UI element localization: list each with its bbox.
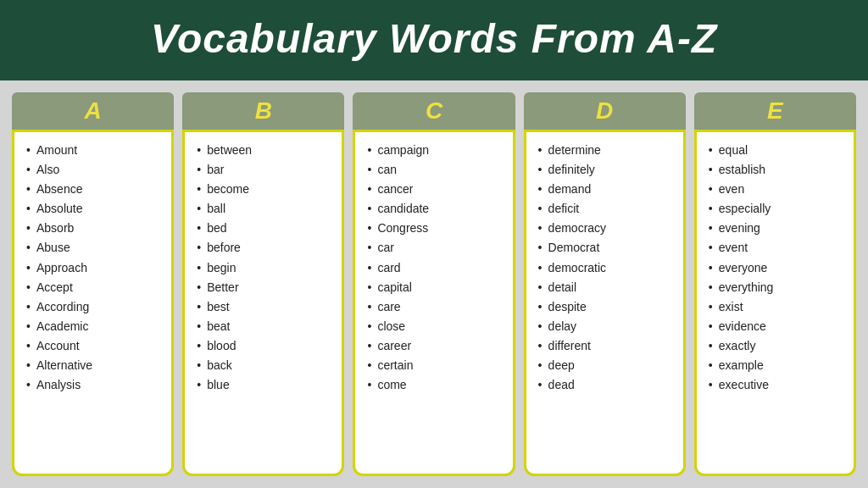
list-item: equal (709, 141, 845, 160)
column-e: Eequalestablishevenespeciallyeveningeven… (694, 92, 856, 476)
word-list-a: AmountAlsoAbsenceAbsoluteAbsorbAbuseAppr… (26, 141, 163, 395)
col-letter-e: E (767, 97, 783, 124)
list-item: bed (197, 219, 333, 238)
list-item: executive (709, 375, 845, 395)
list-item: Alternative (26, 356, 163, 375)
list-item: exactly (709, 336, 845, 356)
col-letter-a: A (84, 97, 101, 124)
word-list-c: campaigncancancercandidateCongresscarcar… (367, 141, 504, 395)
list-item: evidence (709, 317, 845, 336)
list-item: definitely (538, 160, 675, 180)
list-item: different (538, 336, 675, 356)
list-item: blue (197, 375, 333, 395)
col-letter-c: C (426, 97, 442, 124)
col-letter-d: D (596, 97, 613, 124)
list-item: especially (709, 199, 845, 219)
col-header-a: A (12, 92, 174, 130)
list-item: Absorb (26, 219, 163, 238)
list-item: Academic (26, 317, 163, 336)
column-a: AAmountAlsoAbsenceAbsoluteAbsorbAbuseApp… (12, 92, 174, 476)
list-item: event (709, 238, 845, 258)
list-item: delay (538, 317, 675, 336)
list-item: evening (709, 219, 845, 238)
column-d: Ddeterminedefinitelydemanddeficitdemocra… (524, 92, 686, 476)
list-item: dead (538, 375, 675, 395)
list-item: Congress (367, 219, 504, 238)
list-item: Amount (26, 141, 163, 160)
list-item: everyone (709, 258, 845, 278)
list-item: campaign (367, 141, 504, 160)
list-item: determine (538, 141, 675, 160)
list-item: detail (538, 278, 675, 297)
list-item: best (197, 297, 333, 317)
col-header-b: B (182, 92, 344, 130)
column-c: CcampaigncancancercandidateCongresscarca… (353, 92, 515, 476)
list-item: certain (367, 356, 504, 375)
list-item: can (367, 160, 504, 180)
list-item: Democrat (538, 238, 675, 258)
col-header-d: D (524, 92, 686, 130)
list-item: Abuse (26, 238, 163, 258)
list-item: begin (197, 258, 333, 278)
list-item: back (197, 356, 333, 375)
list-item: deep (538, 356, 675, 375)
list-item: Better (197, 278, 333, 297)
list-item: Approach (26, 258, 163, 278)
columns-container: AAmountAlsoAbsenceAbsoluteAbsorbAbuseApp… (0, 80, 868, 488)
col-body-e: equalestablishevenespeciallyeveningevent… (694, 130, 856, 476)
list-item: become (197, 180, 333, 199)
col-header-e: E (694, 92, 856, 130)
list-item: ball (197, 199, 333, 219)
list-item: capital (367, 278, 504, 297)
col-body-c: campaigncancancercandidateCongresscarcar… (353, 130, 515, 476)
list-item: Accept (26, 278, 163, 297)
list-item: democracy (538, 219, 675, 238)
col-body-b: betweenbarbecomeballbedbeforebeginBetter… (182, 130, 344, 476)
list-item: demand (538, 180, 675, 199)
list-item: card (367, 258, 504, 278)
list-item: Absolute (26, 199, 163, 219)
list-item: Analysis (26, 375, 163, 395)
list-item: care (367, 297, 504, 317)
col-header-c: C (353, 92, 515, 130)
page: Vocabulary Words From A-Z AAmountAlsoAbs… (0, 0, 868, 488)
word-list-d: determinedefinitelydemanddeficitdemocrac… (538, 141, 675, 395)
list-item: everything (709, 278, 845, 297)
list-item: cancer (367, 180, 504, 199)
list-item: establish (709, 160, 845, 180)
list-item: Also (26, 160, 163, 180)
header: Vocabulary Words From A-Z (0, 0, 868, 80)
list-item: Absence (26, 180, 163, 199)
col-body-d: determinedefinitelydemanddeficitdemocrac… (524, 130, 686, 476)
word-list-b: betweenbarbecomeballbedbeforebeginBetter… (197, 141, 333, 395)
list-item: career (367, 336, 504, 356)
list-item: candidate (367, 199, 504, 219)
list-item: even (709, 180, 845, 199)
col-body-a: AmountAlsoAbsenceAbsoluteAbsorbAbuseAppr… (12, 130, 174, 476)
page-title: Vocabulary Words From A-Z (20, 15, 848, 62)
word-list-e: equalestablishevenespeciallyeveningevent… (709, 141, 845, 395)
list-item: According (26, 297, 163, 317)
list-item: before (197, 238, 333, 258)
list-item: close (367, 317, 504, 336)
list-item: democratic (538, 258, 675, 278)
list-item: blood (197, 336, 333, 356)
list-item: despite (538, 297, 675, 317)
col-letter-b: B (255, 97, 272, 124)
list-item: car (367, 238, 504, 258)
list-item: deficit (538, 199, 675, 219)
list-item: bar (197, 160, 333, 180)
column-b: BbetweenbarbecomeballbedbeforebeginBette… (182, 92, 344, 476)
list-item: example (709, 356, 845, 375)
list-item: Account (26, 336, 163, 356)
list-item: beat (197, 317, 333, 336)
list-item: come (367, 375, 504, 395)
list-item: exist (709, 297, 845, 317)
list-item: between (197, 141, 333, 160)
